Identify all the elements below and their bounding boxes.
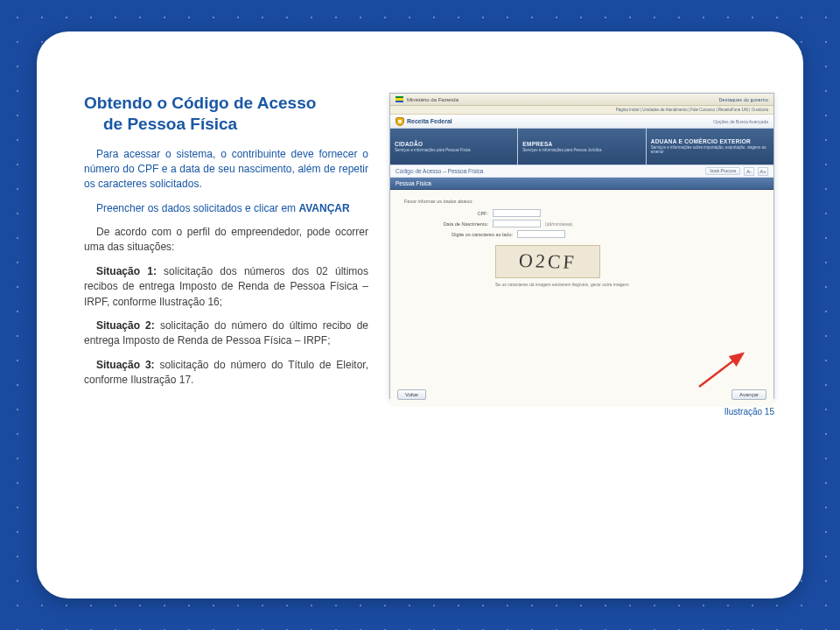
form-area: Favor informar os dados abaixo: CPF: Dat… [390, 190, 774, 407]
situation-3: Situação 3: solicitação do número do Tít… [84, 358, 368, 388]
brazil-flag-icon [396, 96, 403, 102]
row-cpf: CPF: [425, 209, 765, 217]
intro-paragraph: Para acessar o sistema, o contribuinte d… [84, 147, 368, 192]
dob-note: (dd/mm/aaaa) [545, 221, 572, 227]
tab-cidadao-label: CIDADÃO [395, 141, 423, 147]
font-decrease-button[interactable]: A- [744, 167, 754, 176]
cpf-label: CPF: [425, 211, 488, 216]
situation-1: Situação 1: solicitação dos números dos … [84, 264, 368, 310]
captcha-field[interactable] [517, 230, 565, 238]
instruction-text: Preencher os dados solicitados e clicar … [96, 202, 298, 214]
captcha-image: O2CF [495, 245, 600, 278]
section-title: Obtendo o Código de Acesso de Pessoa Fís… [84, 93, 368, 135]
button-row: Voltar Avançar [397, 389, 766, 400]
avancar-keyword: AVANÇAR [298, 202, 349, 214]
form-hint: Favor informar os dados abaixo: [404, 199, 765, 204]
tab-aduana-sub: Serviços e informações sobre importação,… [651, 146, 769, 155]
receita-logo: Receita Federal [396, 117, 452, 126]
nav-tabs: CIDADÃO Serviços e informações para Pess… [390, 129, 774, 165]
instruction-paragraph: Preencher os dados solicitados e clicar … [84, 201, 368, 216]
avancar-button[interactable]: Avançar [732, 389, 766, 400]
site-toolbar: Receita Federal Opções de Busca Avançada [390, 115, 774, 129]
row-dob: Data de Nascimento: (dd/mm/aaaa) [425, 220, 765, 228]
situation-1-label: Situação 1: [96, 265, 157, 277]
situation-3-label: Situação 3: [96, 359, 155, 371]
font-increase-button[interactable]: A+ [758, 167, 768, 176]
breadcrumb-row: Código de Acesso – Pessoa Física Você Pr… [390, 165, 774, 178]
tab-cidadao[interactable]: CIDADÃO Serviços e informações para Pess… [390, 129, 518, 164]
panel-title: Pessoa Física [396, 180, 431, 186]
dob-label: Data de Nascimento: [425, 221, 488, 227]
voce-procura-chip[interactable]: Você Procura [705, 167, 740, 175]
situation-2: Situação 2: solicitação do número do últ… [84, 318, 368, 349]
top-menu: Página Inicial | Unidades de Atendimento… [390, 106, 774, 115]
cpf-field[interactable] [493, 209, 541, 217]
advanced-search-link[interactable]: Opções de Busca Avançada [713, 119, 768, 124]
figure-caption: Ilustração 15 [724, 407, 774, 416]
receita-label: Receita Federal [407, 118, 452, 124]
captcha-label: Digite os caracteres ao lado: [425, 232, 513, 237]
gov-topbar: Ministério da Fazenda Destaques do gover… [390, 94, 774, 106]
tab-empresa-label: EMPRESA [522, 141, 552, 147]
captcha-note[interactable]: Se os caracteres da imagem estiverem ile… [495, 282, 765, 287]
ministry-label: Ministério da Fazenda [407, 97, 458, 102]
tab-cidadao-sub: Serviços e informações para Pessoa Físic… [395, 149, 471, 153]
dob-field[interactable] [493, 220, 541, 228]
row-captcha: Digite os caracteres ao lado: [425, 230, 765, 238]
tab-aduana-label: ADUANA E COMÉRCIO EXTERIOR [651, 138, 751, 144]
top-menu-links[interactable]: Página Inicial | Unidades de Atendimento… [616, 108, 768, 112]
panel-header: Pessoa Física [390, 178, 774, 190]
tab-aduana[interactable]: ADUANA E COMÉRCIO EXTERIOR Serviços e in… [647, 129, 774, 164]
tab-empresa-sub: Serviços e informações para Pessoa Juríd… [522, 149, 601, 153]
shield-icon [396, 117, 404, 126]
browser-mock: Ministério da Fazenda Destaques do gover… [389, 93, 774, 399]
situation-2-label: Situação 2: [96, 319, 155, 332]
title-line2: de Pessoa Física [84, 114, 368, 135]
situations-lead: De acordo com o perfil do empreendedor, … [84, 225, 368, 256]
destaques-label: Destaques do governo [719, 97, 768, 102]
title-line1: Obtendo o Código de Acesso [84, 94, 316, 112]
tab-empresa[interactable]: EMPRESA Serviços e informações para Pess… [518, 129, 646, 164]
page-card: Obtendo o Código de Acesso de Pessoa Fís… [37, 32, 803, 598]
voltar-button[interactable]: Voltar [397, 389, 426, 400]
text-column: Obtendo o Código de Acesso de Pessoa Fís… [84, 93, 368, 399]
breadcrumb: Código de Acesso – Pessoa Física [396, 168, 483, 174]
captcha-glyphs: O2CF [518, 249, 578, 274]
screenshot-column: Ministério da Fazenda Destaques do gover… [389, 93, 774, 399]
